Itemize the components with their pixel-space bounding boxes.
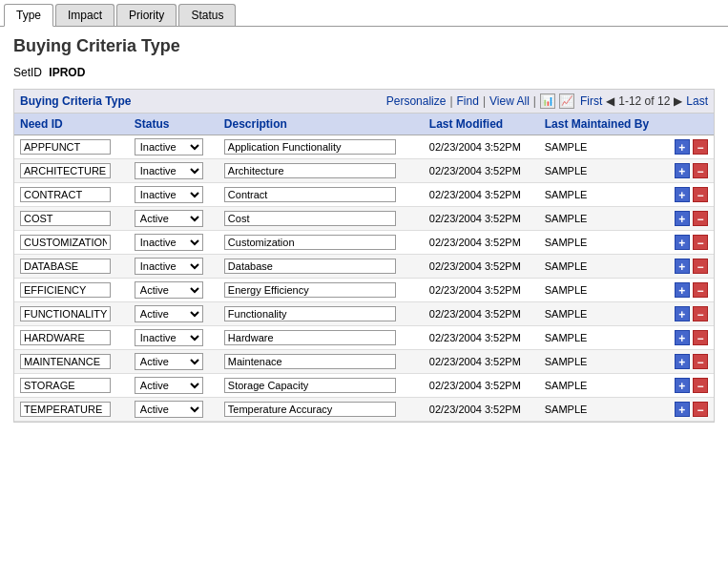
status-select[interactable]: ActiveInactive [135, 258, 203, 275]
add-row-button[interactable]: + [675, 187, 690, 202]
add-row-button[interactable]: + [675, 163, 690, 178]
need-id-input[interactable] [20, 282, 111, 298]
add-row-button[interactable]: + [675, 139, 690, 155]
need-id-input[interactable] [20, 187, 111, 202]
delete-row-button[interactable]: − [693, 163, 708, 178]
need-id-input[interactable] [20, 163, 111, 178]
status-select[interactable]: ActiveInactive [135, 329, 203, 346]
add-row-button[interactable]: + [675, 235, 690, 250]
need-id-input[interactable] [20, 330, 111, 345]
status-select[interactable]: ActiveInactive [135, 281, 203, 299]
table-row: ActiveInactive02/23/2004 3:52PMSAMPLE+ − [14, 231, 714, 255]
last-maintained-cell: SAMPLE [539, 279, 669, 302]
status-select[interactable]: ActiveInactive [135, 162, 203, 179]
tab-priority[interactable]: Priority [116, 4, 177, 26]
last-modified-cell: 02/23/2004 3:52PM [424, 135, 539, 159]
tab-type[interactable]: Type [4, 4, 53, 27]
last-maintained-cell: SAMPLE [539, 231, 669, 255]
delete-row-button[interactable]: − [693, 306, 708, 321]
view-all-link[interactable]: View All [489, 94, 530, 108]
delete-row-button[interactable]: − [693, 354, 708, 369]
add-row-button[interactable]: + [675, 306, 690, 321]
need-id-input[interactable] [20, 378, 111, 393]
page-content: Buying Criteria Type SetID IPROD Buying … [0, 27, 728, 432]
description-input[interactable] [224, 330, 396, 345]
delete-row-button[interactable]: − [693, 402, 708, 417]
delete-row-button[interactable]: − [693, 259, 708, 274]
need-id-input[interactable] [20, 306, 111, 321]
add-row-button[interactable]: + [675, 211, 690, 226]
description-input[interactable] [224, 139, 396, 155]
description-input[interactable] [224, 354, 396, 369]
delete-row-button[interactable]: − [693, 187, 708, 202]
last-modified-cell: 02/23/2004 3:52PM [424, 231, 539, 255]
status-select[interactable]: ActiveInactive [135, 138, 203, 155]
delete-row-button[interactable]: − [693, 139, 708, 155]
add-row-button[interactable]: + [675, 282, 690, 298]
table-row: ActiveInactive02/23/2004 3:52PMSAMPLE+ − [14, 207, 714, 231]
add-row-button[interactable]: + [675, 259, 690, 274]
delete-row-button[interactable]: − [693, 235, 708, 250]
status-select[interactable]: ActiveInactive [135, 353, 203, 370]
last-maintained-cell: SAMPLE [539, 183, 669, 207]
last-modified-cell: 02/23/2004 3:52PM [424, 350, 539, 374]
table-row: ActiveInactive02/23/2004 3:52PMSAMPLE+ − [14, 255, 714, 279]
need-id-input[interactable] [20, 235, 111, 250]
first-link[interactable]: First [580, 94, 602, 108]
status-select[interactable]: ActiveInactive [135, 210, 203, 227]
description-input[interactable] [224, 163, 396, 178]
col-header-last_maintained_by: Last Maintained By [539, 114, 669, 135]
nav-info: First ◀ 1-12 of 12 ▶ Last [580, 94, 708, 108]
last-maintained-cell: SAMPLE [539, 207, 669, 231]
description-input[interactable] [224, 378, 396, 393]
status-select[interactable]: ActiveInactive [135, 401, 203, 418]
last-modified-cell: 02/23/2004 3:52PM [424, 159, 539, 183]
description-input[interactable] [224, 306, 396, 321]
need-id-input[interactable] [20, 139, 111, 155]
tab-status[interactable]: Status [178, 4, 236, 26]
setid-row: SetID IPROD [13, 66, 715, 79]
action-cell: + − [669, 326, 714, 350]
add-row-button[interactable]: + [675, 402, 690, 417]
description-input[interactable] [224, 259, 396, 274]
last-maintained-cell: SAMPLE [539, 159, 669, 183]
last-maintained-cell: SAMPLE [539, 255, 669, 279]
last-maintained-cell: SAMPLE [539, 326, 669, 350]
status-select[interactable]: ActiveInactive [135, 305, 203, 322]
need-id-input[interactable] [20, 402, 111, 417]
tab-impact[interactable]: Impact [55, 4, 114, 26]
description-input[interactable] [224, 187, 396, 202]
delete-row-button[interactable]: − [693, 211, 708, 226]
setid-value: IPROD [49, 66, 85, 79]
status-select[interactable]: ActiveInactive [135, 234, 203, 251]
status-select[interactable]: ActiveInactive [135, 377, 203, 394]
add-row-button[interactable]: + [675, 354, 690, 369]
grid-icon-btn2[interactable]: 📈 [559, 93, 574, 109]
description-input[interactable] [224, 211, 396, 226]
add-row-button[interactable]: + [675, 378, 690, 393]
delete-row-button[interactable]: − [693, 282, 708, 298]
action-cell: + − [669, 255, 714, 279]
personalize-link[interactable]: Personalize [386, 94, 447, 108]
last-modified-cell: 02/23/2004 3:52PM [424, 279, 539, 302]
data-table: Need IDStatusDescriptionLast ModifiedLas… [14, 114, 714, 422]
grid-tools: Personalize | Find | View All | 📊 📈 [386, 93, 574, 109]
find-link[interactable]: Find [457, 94, 479, 108]
last-modified-cell: 02/23/2004 3:52PM [424, 183, 539, 207]
need-id-input[interactable] [20, 211, 111, 226]
need-id-input[interactable] [20, 354, 111, 369]
grid-title: Buying Criteria Type [20, 94, 131, 108]
last-modified-cell: 02/23/2004 3:52PM [424, 302, 539, 326]
table-row: ActiveInactive02/23/2004 3:52PMSAMPLE+ − [14, 398, 714, 422]
delete-row-button[interactable]: − [693, 330, 708, 345]
need-id-input[interactable] [20, 259, 111, 274]
description-input[interactable] [224, 282, 396, 298]
grid-icon-btn1[interactable]: 📊 [540, 93, 555, 109]
description-input[interactable] [224, 235, 396, 250]
last-modified-cell: 02/23/2004 3:52PM [424, 374, 539, 398]
status-select[interactable]: ActiveInactive [135, 186, 203, 203]
add-row-button[interactable]: + [675, 330, 690, 345]
last-link[interactable]: Last [686, 94, 708, 108]
delete-row-button[interactable]: − [693, 378, 708, 393]
description-input[interactable] [224, 402, 396, 417]
